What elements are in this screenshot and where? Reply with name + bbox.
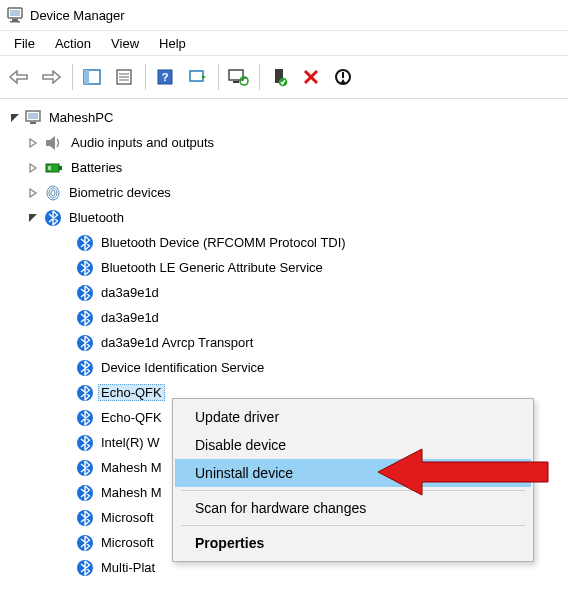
tree-category-bluetooth[interactable]: Bluetooth xyxy=(0,205,568,230)
disable-device-button[interactable] xyxy=(328,62,358,92)
svg-marker-33 xyxy=(30,164,36,172)
menu-file[interactable]: File xyxy=(4,34,45,53)
tree-pane-icon xyxy=(82,68,102,86)
tree-item[interactable]: da3a9e1d Avrcp Transport xyxy=(0,330,568,355)
svg-rect-7 xyxy=(84,70,89,84)
tree-category-audio[interactable]: Audio inputs and outputs xyxy=(0,130,568,155)
chevron-right-icon[interactable] xyxy=(26,136,40,150)
context-menu: Update driver Disable device Uninstall d… xyxy=(172,398,534,562)
svg-rect-2 xyxy=(12,19,18,21)
svg-rect-30 xyxy=(30,122,36,124)
help-button[interactable]: ? xyxy=(150,62,180,92)
tree-category-label: Bluetooth xyxy=(66,209,127,226)
bluetooth-icon xyxy=(76,434,94,452)
tree-item[interactable]: Bluetooth LE Generic Attribute Service xyxy=(0,255,568,280)
forward-button[interactable] xyxy=(36,62,66,92)
ctx-properties[interactable]: Properties xyxy=(175,529,531,557)
svg-marker-27 xyxy=(11,114,19,122)
bluetooth-icon xyxy=(76,484,94,502)
tree-item-label: da3a9e1d xyxy=(98,309,162,326)
scan-hardware-button[interactable] xyxy=(182,62,212,92)
svg-point-40 xyxy=(51,190,55,196)
svg-text:?: ? xyxy=(162,71,169,83)
svg-marker-26 xyxy=(340,79,346,84)
ctx-update-driver[interactable]: Update driver xyxy=(175,403,531,431)
tree-item-label: da3a9e1d Avrcp Transport xyxy=(98,334,256,351)
tree-item-label: Echo-QFK xyxy=(98,409,165,426)
device-manager-icon xyxy=(6,6,24,24)
svg-rect-36 xyxy=(48,166,51,170)
tree-item[interactable]: da3a9e1d xyxy=(0,280,568,305)
tree-item-label: Microsoft xyxy=(98,534,157,551)
ctx-scan-hardware[interactable]: Scan for hardware changes xyxy=(175,494,531,522)
bluetooth-icon xyxy=(76,559,94,577)
svg-marker-37 xyxy=(30,189,36,197)
tree-item-label: Mahesh M xyxy=(98,484,165,501)
enable-device-icon xyxy=(270,67,288,87)
ctx-separator xyxy=(181,525,525,526)
svg-rect-29 xyxy=(28,113,38,119)
arrow-left-icon xyxy=(9,70,29,84)
svg-rect-1 xyxy=(10,10,20,16)
tree-item[interactable]: da3a9e1d xyxy=(0,305,568,330)
tree-category-label: Audio inputs and outputs xyxy=(68,134,217,151)
show-hide-console-tree-button[interactable] xyxy=(77,62,107,92)
red-x-icon xyxy=(302,68,320,86)
menu-bar: File Action View Help xyxy=(0,31,568,56)
bluetooth-icon xyxy=(76,234,94,252)
chevron-down-icon[interactable] xyxy=(8,111,22,125)
back-button[interactable] xyxy=(4,62,34,92)
enable-device-button[interactable] xyxy=(264,62,294,92)
menu-view[interactable]: View xyxy=(101,34,149,53)
properties-button[interactable] xyxy=(109,62,139,92)
scan-hardware-icon xyxy=(187,68,207,86)
svg-rect-14 xyxy=(190,71,203,81)
tree-item-label: Mahesh M xyxy=(98,459,165,476)
bluetooth-icon xyxy=(76,359,94,377)
svg-marker-4 xyxy=(10,71,27,83)
computer-icon xyxy=(24,109,42,127)
ctx-disable-device[interactable]: Disable device xyxy=(175,431,531,459)
tree-item-label: da3a9e1d xyxy=(98,284,162,301)
update-driver-button[interactable] xyxy=(223,62,253,92)
uninstall-device-button[interactable] xyxy=(296,62,326,92)
ctx-uninstall-device[interactable]: Uninstall device xyxy=(175,459,531,487)
svg-marker-32 xyxy=(46,136,55,150)
tree-item-label: Echo-QFK xyxy=(98,384,165,401)
arrow-right-icon xyxy=(41,70,61,84)
title-bar: Device Manager xyxy=(0,0,568,31)
tree-item[interactable]: Device Identification Service xyxy=(0,355,568,380)
svg-rect-34 xyxy=(46,164,59,172)
chevron-right-icon[interactable] xyxy=(26,161,40,175)
chevron-right-icon[interactable] xyxy=(26,186,40,200)
tree-category-label: Batteries xyxy=(68,159,125,176)
bluetooth-icon xyxy=(44,209,62,227)
svg-marker-15 xyxy=(202,75,206,79)
toolbar-separator xyxy=(72,64,73,90)
svg-rect-17 xyxy=(233,81,239,83)
menu-action[interactable]: Action xyxy=(45,34,101,53)
toolbar-separator xyxy=(145,64,146,90)
menu-help[interactable]: Help xyxy=(149,34,196,53)
tree-category-batteries[interactable]: Batteries xyxy=(0,155,568,180)
bluetooth-icon xyxy=(76,334,94,352)
svg-rect-3 xyxy=(10,21,20,23)
tree-item[interactable]: Bluetooth Device (RFCOMM Protocol TDI) xyxy=(0,230,568,255)
bluetooth-icon xyxy=(76,459,94,477)
battery-icon xyxy=(44,159,64,177)
chevron-down-icon[interactable] xyxy=(26,211,40,225)
toolbar: ? xyxy=(0,56,568,99)
tree-item-label: Bluetooth LE Generic Attribute Service xyxy=(98,259,326,276)
svg-marker-41 xyxy=(29,214,37,222)
svg-rect-35 xyxy=(59,166,62,170)
bluetooth-icon xyxy=(76,384,94,402)
tree-category-biometric[interactable]: Biometric devices xyxy=(0,180,568,205)
tree-item-label: Multi-Plat xyxy=(98,559,158,576)
svg-marker-5 xyxy=(43,71,60,83)
speaker-icon xyxy=(44,134,64,152)
tree-root[interactable]: MaheshPC xyxy=(0,105,568,130)
tree-item-label: Intel(R) W xyxy=(98,434,163,451)
ctx-separator xyxy=(181,490,525,491)
svg-marker-31 xyxy=(30,139,36,147)
tree-item-label: Bluetooth Device (RFCOMM Protocol TDI) xyxy=(98,234,349,251)
